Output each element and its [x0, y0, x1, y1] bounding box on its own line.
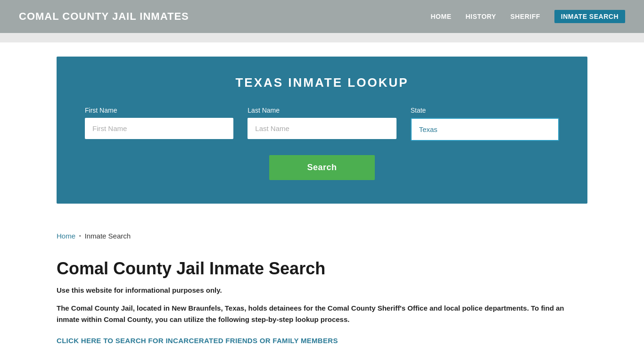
search-title: TEXAS INMATE LOOKUP	[85, 75, 559, 90]
last-name-label: Last Name	[248, 107, 396, 114]
main-nav: HOME HISTORY SHERIFF INMATE SEARCH	[431, 10, 626, 23]
nav-sheriff[interactable]: SHERIFF	[510, 13, 540, 20]
description-text: The Comal County Jail, located in New Br…	[57, 303, 575, 325]
breadcrumb-separator: •	[79, 233, 81, 239]
nav-inmate-search[interactable]: INMATE SEARCH	[554, 10, 625, 23]
first-name-group: First Name	[85, 107, 233, 141]
breadcrumb-current: Inmate Search	[85, 232, 131, 240]
last-name-group: Last Name	[248, 107, 396, 141]
first-name-label: First Name	[85, 107, 233, 114]
search-section: TEXAS INMATE LOOKUP First Name Last Name…	[57, 57, 587, 204]
search-fields-row: First Name Last Name State	[85, 107, 559, 141]
search-button-row: Search	[85, 155, 559, 180]
disclaimer-text: Use this website for informational purpo…	[57, 286, 587, 294]
last-name-input[interactable]	[248, 118, 396, 139]
page-title: Comal County Jail Inmate Search	[57, 259, 587, 279]
breadcrumb: Home • Inmate Search	[57, 232, 587, 240]
state-group: State	[411, 107, 559, 141]
breadcrumb-home-link[interactable]: Home	[57, 232, 75, 240]
state-input[interactable]	[411, 118, 559, 141]
first-name-input[interactable]	[85, 118, 233, 139]
nav-history[interactable]: HISTORY	[466, 13, 496, 20]
site-title: COMAL COUNTY JAIL INMATES	[19, 10, 189, 23]
nav-home[interactable]: HOME	[431, 13, 452, 20]
state-label: State	[411, 107, 559, 114]
sub-header-bar	[0, 33, 644, 42]
main-content: Home • Inmate Search Comal County Jail I…	[0, 218, 644, 362]
search-button[interactable]: Search	[269, 155, 374, 180]
search-link[interactable]: CLICK HERE to Search for Incarcerated Fr…	[57, 337, 338, 345]
site-header: COMAL COUNTY JAIL INMATES HOME HISTORY S…	[0, 0, 644, 33]
